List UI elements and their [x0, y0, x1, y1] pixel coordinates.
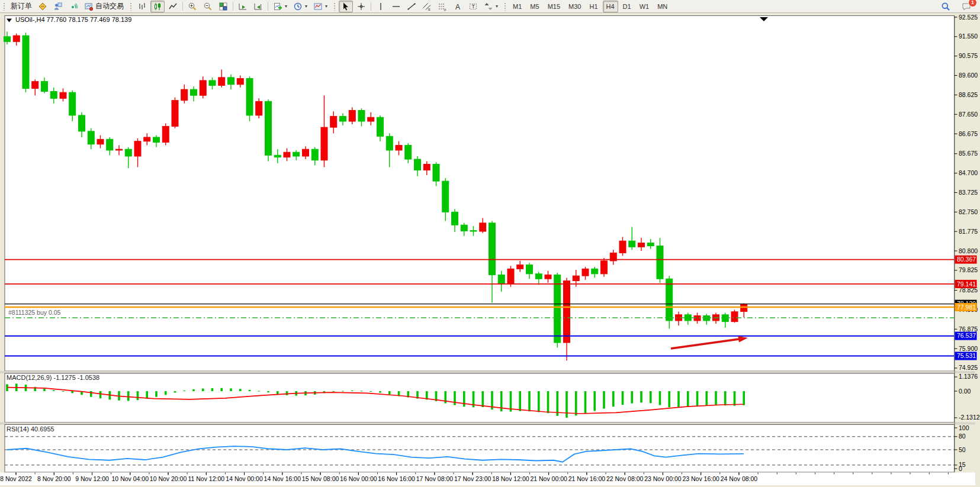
- text-button[interactable]: A: [451, 1, 465, 12]
- shapes-icon: [484, 2, 493, 11]
- svg-text:24 Nov 08:00: 24 Nov 08:00: [721, 475, 758, 482]
- hline-icon: [391, 2, 401, 11]
- timeframe-m5-button[interactable]: M5: [526, 1, 542, 12]
- terminal-icon-button[interactable]: [51, 1, 65, 12]
- toolbar-separator: [371, 2, 371, 11]
- svg-text:100: 100: [959, 424, 969, 431]
- chevron-down-icon[interactable]: ▾: [305, 4, 307, 9]
- trade-position-label: #8111325 buy 0.05: [8, 309, 61, 316]
- timeframe-h4-button-label: H4: [606, 3, 615, 10]
- channel-button[interactable]: E: [420, 1, 434, 12]
- line-chart-button[interactable]: [166, 1, 180, 12]
- toolbar-grip[interactable]: [129, 2, 132, 11]
- ticket-icon-button[interactable]: [36, 1, 50, 12]
- new-order-button[interactable]: 新订单: [8, 1, 34, 12]
- timeframe-w1-button[interactable]: W1: [636, 1, 653, 12]
- svg-text:75.531: 75.531: [957, 352, 976, 359]
- shapes-button[interactable]: ▾: [481, 1, 500, 12]
- zoom-out-button[interactable]: [201, 1, 215, 12]
- svg-text:14 Nov 16:00: 14 Nov 16:00: [264, 475, 301, 482]
- autotrade-button-label: 自动交易: [95, 1, 124, 11]
- autotrade-icon: [84, 2, 94, 11]
- svg-text:76.875: 76.875: [959, 325, 978, 333]
- crosshair-button[interactable]: [354, 1, 368, 12]
- svg-text:0: 0: [959, 465, 962, 472]
- toolbar-grip[interactable]: [2, 2, 5, 11]
- search-icon: [941, 2, 950, 11]
- toolbar-separator: [182, 2, 183, 11]
- svg-text:1.1376: 1.1376: [959, 373, 978, 380]
- cursor-button[interactable]: [339, 1, 353, 12]
- svg-text:75.900: 75.900: [959, 345, 978, 352]
- pane-splitter[interactable]: [0, 371, 980, 373]
- signal-icon-button[interactable]: [66, 1, 81, 12]
- svg-text:15 Nov 08:00: 15 Nov 08:00: [302, 475, 339, 482]
- auto-scroll-button[interactable]: [236, 1, 250, 12]
- svg-text:74.925: 74.925: [959, 364, 978, 371]
- template-icon: [313, 2, 323, 11]
- macd-indicator-label: MACD(12,26,9) -1.1275 -1.0538: [7, 374, 99, 381]
- trendline-button[interactable]: [404, 1, 419, 12]
- svg-text:80.800: 80.800: [959, 247, 978, 254]
- timeframe-w1-button-label: W1: [640, 3, 650, 10]
- svg-text:77.981: 77.981: [957, 304, 976, 311]
- tile-windows-button[interactable]: [216, 1, 230, 12]
- search-button[interactable]: [939, 1, 953, 12]
- autotrade-button[interactable]: 自动交易: [82, 1, 126, 12]
- svg-text:22 Nov 08:00: 22 Nov 08:00: [606, 475, 644, 482]
- chart-canvas[interactable]: USOil-,H4 77.760 78.175 77.469 78.139 #8…: [0, 13, 980, 487]
- svg-text:80: 80: [959, 433, 966, 440]
- toolbar-grip[interactable]: [503, 2, 506, 11]
- svg-text:86.675: 86.675: [959, 130, 978, 137]
- svg-text:79.141: 79.141: [957, 280, 976, 288]
- clock-icon: [293, 2, 303, 11]
- toolbar-right: 1: [938, 1, 974, 12]
- rsi-indicator-label: RSI(14) 40.6955: [7, 425, 54, 433]
- svg-text:10 Nov 20:00: 10 Nov 20:00: [150, 475, 187, 482]
- candle-chart-button[interactable]: [150, 1, 165, 12]
- barchart-icon: [137, 2, 147, 11]
- chat-button[interactable]: 1: [959, 1, 973, 12]
- svg-text:79.825: 79.825: [959, 266, 978, 273]
- timeframe-m1-button[interactable]: M1: [509, 1, 525, 12]
- hline-button[interactable]: [389, 1, 403, 12]
- toolbar-grip[interactable]: [333, 2, 336, 11]
- timeframe-m30-button[interactable]: M30: [565, 1, 584, 12]
- textA-icon: A: [453, 2, 462, 11]
- pane-splitter[interactable]: [0, 423, 980, 425]
- new-chart-button[interactable]: ▾: [271, 1, 290, 12]
- svg-text:87.650: 87.650: [959, 111, 978, 118]
- svg-text:89.600: 89.600: [959, 72, 978, 79]
- timeframe-m30-button-label: M30: [568, 3, 581, 10]
- bar-chart-button[interactable]: [135, 1, 149, 12]
- vline-button[interactable]: [374, 1, 388, 12]
- timeframe-h1-button[interactable]: H1: [586, 1, 601, 12]
- svg-text:11 Nov 12:00: 11 Nov 12:00: [188, 475, 224, 482]
- svg-text:16 Nov 00:00: 16 Nov 00:00: [340, 475, 377, 482]
- candle-icon: [153, 2, 162, 11]
- chevron-down-icon[interactable]: ▾: [325, 4, 327, 9]
- zoomin-icon: [188, 2, 197, 11]
- timeframe-mn-button[interactable]: MN: [654, 1, 671, 12]
- zoom-in-button[interactable]: [185, 1, 200, 12]
- svg-text:18 Nov 12:00: 18 Nov 12:00: [492, 475, 529, 482]
- svg-text:14 Nov 00:00: 14 Nov 00:00: [226, 475, 263, 482]
- ticket-icon: [38, 2, 47, 11]
- fibonacci-button[interactable]: F: [435, 1, 449, 12]
- timeframe-h4-button[interactable]: H4: [603, 1, 618, 12]
- vline-icon: [376, 2, 385, 11]
- timeframe-m15-button[interactable]: M15: [544, 1, 564, 12]
- chart-window: USOil-,H4 77.760 78.175 77.469 78.139 #8…: [0, 13, 980, 487]
- chevron-down-icon[interactable]: ▾: [285, 4, 287, 9]
- timeframe-h1-button-label: H1: [589, 3, 597, 10]
- label-button[interactable]: T: [466, 1, 480, 12]
- chart-shift-button[interactable]: [251, 1, 265, 12]
- toolbar-separator: [233, 2, 233, 11]
- toolbar: 新订单自动交易▾▾▾EFAT▾M1M5M15M30H1H4D1W1MN 1: [0, 0, 980, 13]
- templates-button[interactable]: ▾: [311, 1, 330, 12]
- price-tag-77.981: 77.981: [955, 303, 977, 311]
- chevron-down-icon[interactable]: ▾: [496, 4, 498, 9]
- profiles-button[interactable]: ▾: [291, 1, 310, 12]
- toolbar-left: 新订单自动交易▾▾▾EFAT▾M1M5M15M30H1H4D1W1MN: [0, 1, 671, 12]
- timeframe-d1-button[interactable]: D1: [619, 1, 635, 12]
